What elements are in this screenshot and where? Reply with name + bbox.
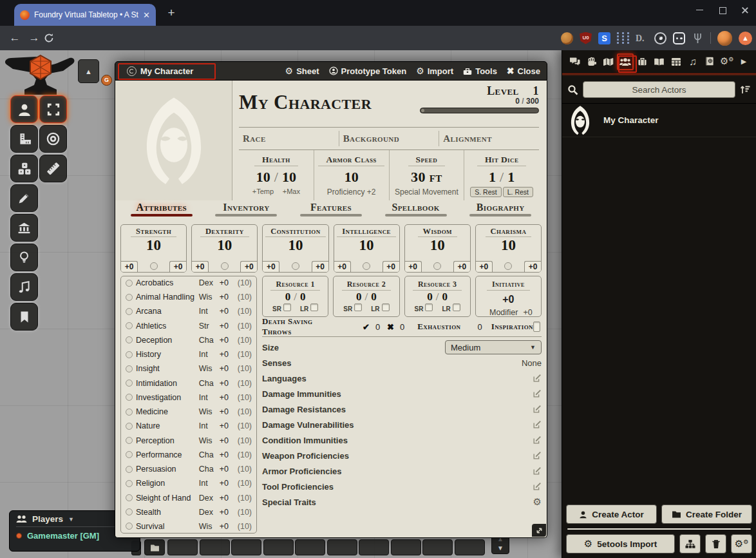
skill-proficiency-radio[interactable]: [126, 409, 133, 416]
check-icon[interactable]: ✔: [363, 322, 370, 332]
ability-card[interactable]: Strength 10 +0 +0: [120, 224, 187, 273]
ability-name[interactable]: Intelligence: [337, 226, 396, 237]
trait-row[interactable]: Senses None▼ None ⚙: [262, 355, 542, 370]
document-id-icon[interactable]: [127, 66, 137, 76]
window-titlebar[interactable]: My Character ⚙ Sheet Prototype Token ⚙ I…: [115, 61, 547, 81]
proficiency-radio[interactable]: [363, 262, 370, 270]
skill-name[interactable]: Perception: [136, 436, 196, 445]
macro-folder-button[interactable]: [144, 539, 165, 555]
ability-score[interactable]: 10: [334, 237, 399, 253]
skill-proficiency-radio[interactable]: [126, 437, 133, 444]
lr-checkbox[interactable]: [382, 303, 390, 311]
skill-proficiency-radio[interactable]: [126, 494, 133, 501]
short-rest-button[interactable]: S. Rest: [470, 187, 501, 197]
skill-proficiency-radio[interactable]: [126, 523, 133, 530]
skill-row[interactable]: Acrobatics Dex +0 (10): [126, 278, 252, 287]
ruler-tool-button[interactable]: [39, 155, 67, 182]
sr-checkbox[interactable]: [283, 303, 291, 311]
skill-row[interactable]: History Int +0 (10): [126, 350, 252, 359]
skill-row[interactable]: Religion Int +0 (10): [126, 479, 252, 488]
sr-checkbox[interactable]: [354, 303, 362, 311]
compendium-tab[interactable]: [701, 53, 718, 70]
forward-icon[interactable]: →: [24, 32, 44, 44]
death-success-count[interactable]: 0: [375, 322, 380, 332]
nav-collapse-button[interactable]: ▲: [78, 59, 99, 83]
trait-row[interactable]: Damage Vulnerabilities ▼ ⚙: [262, 417, 542, 432]
skill-name[interactable]: History: [136, 350, 196, 359]
skill-row[interactable]: Arcana Int +0 (10): [126, 307, 252, 316]
reload-icon[interactable]: [44, 33, 63, 43]
ability-save[interactable]: +0: [476, 261, 493, 272]
resize-handle[interactable]: [532, 524, 546, 537]
skill-name[interactable]: Medicine: [136, 407, 196, 416]
ability-card[interactable]: Constitution 10 +0 +0: [262, 224, 328, 273]
edit-icon[interactable]: [533, 436, 542, 445]
measure-tool-button[interactable]: [10, 125, 38, 153]
camera-extension-icon[interactable]: [654, 32, 666, 44]
macro-slot[interactable]: [295, 539, 325, 555]
ability-mod[interactable]: +0: [453, 261, 470, 272]
minimize-icon[interactable]: [696, 6, 703, 14]
ability-score[interactable]: 10: [121, 237, 186, 253]
d-extension-icon[interactable]: D.: [636, 32, 648, 44]
scenes-tab[interactable]: [600, 53, 617, 70]
sheet-tab[interactable]: Attributes: [131, 202, 193, 216]
target-tool-button[interactable]: [39, 125, 67, 153]
edit-icon[interactable]: [533, 451, 542, 460]
skill-proficiency-radio[interactable]: [126, 423, 133, 430]
speed-block[interactable]: Speed 30 ft Special Movement: [390, 150, 465, 200]
select-tool-button[interactable]: [39, 95, 67, 123]
skill-proficiency-radio[interactable]: [126, 451, 133, 458]
chat-tab[interactable]: [566, 53, 583, 70]
skill-name[interactable]: Performance: [136, 450, 196, 459]
skill-name[interactable]: Acrobatics: [136, 278, 196, 287]
macro-slot[interactable]: [455, 539, 485, 555]
ability-score[interactable]: 10: [192, 237, 257, 253]
armor-class-block[interactable]: Armor Class 10 Proficiency +2: [314, 150, 390, 200]
robot-extension-icon[interactable]: [673, 32, 685, 44]
ability-name[interactable]: Strength: [131, 226, 176, 237]
trait-row[interactable]: Weapon Proficiencies ▼ ⚙: [262, 448, 542, 463]
actors-tab[interactable]: [617, 53, 634, 70]
sheet-tab[interactable]: Features: [300, 202, 362, 216]
actor-list-item[interactable]: My Character: [562, 104, 756, 137]
ability-card[interactable]: Dexterity 10 +0 +0: [191, 224, 258, 273]
skill-name[interactable]: Stealth: [136, 508, 196, 517]
xp-value[interactable]: 0 / 300: [420, 97, 539, 106]
resource-label[interactable]: Resource 1: [270, 280, 319, 291]
ability-score[interactable]: 10: [405, 237, 470, 253]
macro-slot[interactable]: [359, 539, 389, 555]
tab-close-icon[interactable]: ✕: [143, 10, 150, 20]
skill-proficiency-radio[interactable]: [126, 280, 133, 287]
ability-save[interactable]: +0: [334, 261, 351, 272]
initiative-card[interactable]: Initiative +0 Modifier+0: [475, 276, 542, 317]
skill-row[interactable]: Intimidation Cha +0 (10): [126, 379, 252, 388]
token-tool-button[interactable]: [10, 95, 38, 123]
profile-avatar[interactable]: [717, 31, 732, 46]
skill-proficiency-radio[interactable]: [126, 394, 133, 401]
macro-slot[interactable]: [167, 539, 198, 555]
notes-tool-button[interactable]: [10, 303, 38, 331]
trait-row[interactable]: Damage Resistances ▼ ⚙: [262, 401, 542, 417]
skill-name[interactable]: Animal Handling: [136, 293, 196, 302]
edit-icon[interactable]: [533, 467, 542, 476]
skill-row[interactable]: Medicine Wis +0 (10): [126, 407, 252, 416]
resource-label[interactable]: Resource 3: [413, 280, 462, 291]
combat-tab[interactable]: [583, 53, 600, 70]
search-input[interactable]: [583, 81, 735, 98]
close-window-icon[interactable]: [741, 6, 748, 14]
resource-label[interactable]: Resource 2: [342, 280, 391, 291]
ability-mod[interactable]: +0: [383, 261, 399, 272]
ability-card[interactable]: Intelligence 10 +0 +0: [334, 224, 400, 273]
skill-proficiency-radio[interactable]: [126, 351, 133, 358]
macro-slot[interactable]: [200, 539, 230, 555]
ability-name[interactable]: Constitution: [265, 226, 325, 237]
trait-row[interactable]: Tool Proficiencies ▼ ⚙: [262, 479, 542, 494]
skill-row[interactable]: Sleight of Hand Dex +0 (10): [126, 494, 252, 503]
resource-card[interactable]: Resource 3 0/0 SR LR: [404, 276, 471, 317]
fork-extension-icon[interactable]: [692, 32, 704, 44]
edit-icon[interactable]: [533, 374, 542, 383]
initiative-value[interactable]: +0: [476, 294, 541, 305]
death-fail-count[interactable]: 0: [400, 322, 404, 332]
skill-proficiency-radio[interactable]: [126, 336, 133, 343]
